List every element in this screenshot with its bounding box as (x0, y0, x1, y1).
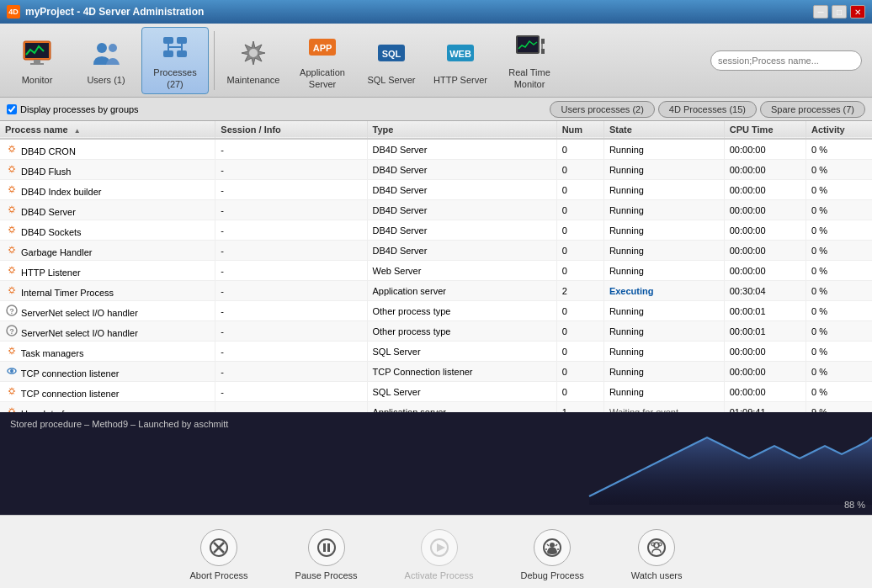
toolbar-processes[interactable]: Processes (27) (141, 27, 209, 94)
process-icon (5, 142, 19, 156)
cell-cpu: 00:00:01 (724, 321, 806, 342)
cell-type: DB4D Server (367, 139, 556, 160)
col-cpu-time[interactable]: CPU Time (724, 121, 806, 139)
toolbar-sql-server[interactable]: SQL SQL Server (358, 27, 425, 94)
table-row[interactable]: TCP connection listener - TCP Connection… (0, 362, 872, 382)
cell-num: 0 (556, 160, 603, 180)
svg-point-30 (10, 248, 13, 252)
cell-type: DB4D Server (367, 241, 556, 261)
col-activity[interactable]: Activity (806, 121, 872, 139)
table-row[interactable]: DB4D Sockets - DB4D Server 0 Running 00:… (0, 220, 872, 241)
search-input[interactable] (710, 50, 862, 71)
cell-cpu: 00:00:00 (724, 180, 806, 200)
cell-type: SQL Server (367, 382, 556, 402)
cell-state: Running (603, 139, 724, 160)
cell-process-name: ? ServerNet select I/O handler (0, 301, 215, 321)
process-table: Process name ▲ Session / Info Type Num S… (0, 121, 872, 412)
http-server-icon: WEB (442, 34, 479, 72)
table-body: DB4D CRON - DB4D Server 0 Running 00:00:… (0, 139, 872, 412)
cell-process-name: TCP connection listener (0, 362, 215, 382)
cell-type: Application server (367, 281, 556, 301)
cell-process-name: TCP connection listener (0, 382, 215, 402)
col-process-name[interactable]: Process name ▲ (0, 121, 215, 139)
table-area[interactable]: Process name ▲ Session / Info Type Num S… (0, 121, 872, 412)
tab-users-processes[interactable]: Users processes (2) (550, 101, 654, 118)
table-row[interactable]: HTTP Listener - Web Server 0 Running 00:… (0, 261, 872, 281)
svg-point-28 (10, 208, 13, 211)
cell-activity: 0 % (806, 321, 872, 342)
table-row[interactable]: TCP connection listener - SQL Server 0 R… (0, 382, 872, 402)
table-row[interactable]: ? ServerNet select I/O handler - Other p… (0, 301, 872, 321)
process-icon: ? (5, 304, 19, 317)
cell-session: - (215, 281, 367, 301)
table-row[interactable]: Internal Timer Process - Application ser… (0, 281, 872, 301)
cell-process-name: ? ServerNet select I/O handler (0, 321, 215, 342)
table-row[interactable]: User Interface - Application server 1 Wa… (0, 402, 872, 413)
svg-rect-7 (177, 37, 187, 44)
cell-num: 0 (556, 261, 603, 281)
cell-activity: 0 % (806, 281, 872, 301)
toolbar-sep-1 (214, 31, 215, 90)
toolbar-monitor[interactable]: Monitor (3, 27, 71, 94)
table-row[interactable]: ? ServerNet select I/O handler - Other p… (0, 321, 872, 342)
tab-4d-processes[interactable]: 4D Processes (15) (658, 101, 757, 118)
cell-cpu: 00:00:01 (724, 301, 806, 321)
cell-session: - (215, 160, 367, 180)
toolbar-search (710, 50, 862, 71)
cell-session: - (215, 241, 367, 261)
toolbar-rt-monitor[interactable]: Real Time Monitor (496, 27, 563, 94)
cell-session: - (215, 180, 367, 200)
maximize-button[interactable]: □ (832, 5, 847, 19)
col-state[interactable]: State (603, 121, 724, 139)
abort-process-button[interactable]: Abort Process (183, 526, 255, 585)
table-row[interactable]: DB4D Flush - DB4D Server 0 Running 00:00… (0, 160, 872, 180)
close-button[interactable]: ✕ (850, 5, 865, 19)
cell-process-name: DB4D Server (0, 200, 215, 220)
graph-area: Stored procedure – Method9 – Launched by… (0, 412, 872, 515)
svg-text:APP: APP (313, 43, 332, 53)
activate-process-button[interactable]: Activate Process (398, 526, 481, 585)
watch-label: Watch users (631, 569, 683, 581)
minimize-button[interactable]: ─ (813, 5, 828, 19)
processes-icon (157, 30, 194, 64)
col-num[interactable]: Num (556, 121, 603, 139)
process-icon (5, 223, 19, 236)
cell-activity: 0 % (806, 220, 872, 241)
sql-server-icon: SQL (373, 34, 410, 72)
debug-process-button[interactable]: Debug Process (514, 526, 591, 585)
rt-monitor-label: Real Time Monitor (500, 67, 559, 89)
cell-activity: 0 % (806, 301, 872, 321)
graph-percent: 88 % (844, 500, 865, 510)
toolbar-http-server[interactable]: WEB HTTP Server (427, 27, 494, 94)
cell-state: Running (603, 200, 724, 220)
svg-point-27 (10, 188, 13, 191)
table-row[interactable]: DB4D CRON - DB4D Server 0 Running 00:00:… (0, 139, 872, 160)
processes-label: Processes (27) (146, 67, 205, 89)
col-type[interactable]: Type (367, 121, 556, 139)
process-name-text: Internal Timer Process (21, 288, 114, 298)
table-row[interactable]: Task managers - SQL Server 0 Running 00:… (0, 342, 872, 362)
cell-session: - (215, 342, 367, 362)
cell-cpu: 01:09:41 (724, 402, 806, 413)
svg-point-25 (10, 147, 13, 151)
table-row[interactable]: Garbage Handler - DB4D Server 0 Running … (0, 241, 872, 261)
tab-spare-processes[interactable]: Spare processes (7) (760, 101, 865, 118)
toolbar-app-server[interactable]: APP Application Server (289, 27, 356, 94)
process-name-text: Task managers (21, 348, 84, 358)
cell-cpu: 00:00:00 (724, 200, 806, 220)
cell-session: - (215, 321, 367, 342)
cell-cpu: 00:00:00 (724, 382, 806, 402)
svg-point-40 (10, 389, 13, 393)
table-header-row: Process name ▲ Session / Info Type Num S… (0, 121, 872, 139)
debug-label: Debug Process (521, 569, 584, 581)
watch-users-button[interactable]: Watch users (625, 526, 689, 585)
table-row[interactable]: DB4D Index builder - DB4D Server 0 Runni… (0, 180, 872, 200)
svg-rect-6 (163, 37, 173, 44)
toolbar-users[interactable]: Users (1) (72, 27, 140, 94)
table-row[interactable]: DB4D Server - DB4D Server 0 Running 00:0… (0, 200, 872, 220)
col-session-info[interactable]: Session / Info (215, 121, 367, 139)
toolbar-maintenance[interactable]: Maintenance (220, 27, 287, 94)
pause-process-button[interactable]: Pause Process (289, 526, 364, 585)
cell-process-name: DB4D Sockets (0, 220, 215, 241)
display-checkbox[interactable] (7, 104, 17, 114)
